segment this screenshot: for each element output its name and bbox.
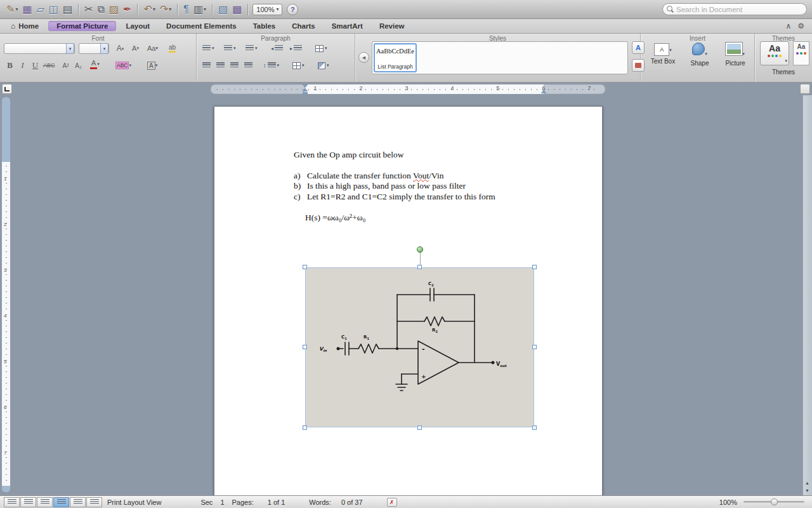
pages-value[interactable]: 1 of 1 — [268, 498, 285, 506]
grow-font-button[interactable]: A▴ — [115, 43, 125, 53]
bullets-button[interactable] — [202, 43, 215, 53]
insert-text-box-button[interactable]: A Text Box — [645, 43, 681, 65]
ribbon-section-insert: Insert A Text Box Shape Picture — [641, 34, 755, 82]
decrease-indent-button[interactable]: ◂ — [270, 43, 284, 53]
shrink-font-button[interactable]: A▾ — [131, 43, 140, 53]
print-layout-view-button[interactable] — [53, 497, 69, 507]
open-button[interactable]: ▱ — [36, 2, 46, 17]
tab-home[interactable]: ⌂Home — [3, 20, 47, 32]
undo-icon: ↶ — [143, 4, 152, 15]
change-case-button[interactable]: Aa — [147, 43, 158, 53]
columns-button[interactable]: ▥ — [192, 2, 207, 17]
view-mode-label[interactable]: Print Layout View — [107, 498, 161, 506]
scroll-down-icon[interactable]: ▼ — [805, 488, 809, 493]
underline-button[interactable]: U — [30, 60, 40, 70]
font-size-select[interactable] — [79, 43, 109, 54]
resize-handle-top-center[interactable] — [417, 265, 422, 269]
borders-button[interactable] — [292, 60, 305, 70]
shading-button[interactable] — [317, 60, 330, 70]
numbering-button[interactable] — [223, 43, 237, 53]
collapse-ribbon-icon[interactable]: ∧ — [785, 22, 791, 30]
new-document-button[interactable]: ✎ — [5, 2, 19, 17]
tab-document-elements[interactable]: Document Elements — [158, 20, 245, 32]
document-search[interactable] — [662, 3, 807, 15]
outline-view-button[interactable] — [20, 497, 36, 507]
indent-marker-left[interactable] — [303, 84, 308, 94]
resize-handle-top-left[interactable] — [303, 265, 307, 269]
gear-icon[interactable]: ⚙ — [797, 22, 804, 30]
justify-button[interactable] — [244, 60, 253, 70]
themes-gallery-stub[interactable]: Aa — [793, 41, 809, 65]
insert-picture-button[interactable]: Picture — [717, 43, 754, 67]
spelling-status-button[interactable]: ✗ — [387, 498, 397, 507]
text-direction-button[interactable] — [315, 43, 328, 53]
align-center-button[interactable] — [216, 60, 225, 70]
selected-picture[interactable]: Vin C1 R1 C2 R2 Vout - + — [305, 267, 534, 427]
insert-shape-button[interactable]: Shape — [681, 43, 718, 67]
scroll-up-icon[interactable]: ▲ — [805, 481, 809, 485]
zoom-slider-thumb[interactable] — [771, 498, 778, 505]
notebook-button[interactable]: ▩ — [231, 2, 243, 17]
font-name-select[interactable] — [4, 43, 75, 54]
tab-review[interactable]: Review — [371, 20, 413, 32]
redo-button[interactable]: ↷ — [159, 2, 173, 17]
vertical-scrollbar[interactable]: ▲ ▼ — [802, 95, 812, 495]
save-button[interactable]: ◫ — [48, 2, 60, 17]
tab-smartart[interactable]: SmartArt — [324, 20, 371, 32]
indent-marker-right[interactable] — [541, 90, 546, 93]
align-right-button[interactable] — [230, 60, 239, 70]
styles-scroll-left-button[interactable]: ◀ — [358, 52, 369, 63]
subscript-button[interactable]: A₂ — [74, 60, 83, 70]
multilevel-list-button[interactable] — [245, 43, 258, 53]
clear-formatting-button[interactable]: ab — [167, 43, 177, 53]
zoom-slider[interactable] — [743, 501, 804, 503]
outline-view-icon — [24, 499, 33, 505]
publishing-layout-view-button[interactable] — [37, 497, 53, 507]
ruler-number: 1 — [313, 85, 317, 91]
tab-tables[interactable]: Tables — [245, 20, 284, 32]
font-color-button[interactable]: A — [90, 59, 100, 69]
line-spacing-button[interactable]: ↕ — [263, 60, 280, 70]
resize-handle-bottom-left[interactable] — [303, 425, 307, 430]
list-item: a) Calculate the transfer function Vout/… — [294, 171, 560, 181]
paragraph-marks-button[interactable]: ¶ — [182, 2, 190, 17]
zoom-select[interactable]: 100% — [252, 4, 282, 15]
notebook-layout-view-button[interactable] — [70, 497, 86, 507]
style-card-list-paragraph[interactable]: AaBbCcDdEe List Paragraph — [374, 43, 417, 72]
help-button[interactable]: ? — [287, 4, 298, 15]
document-page[interactable]: Given the Op amp circuit below a) Calcul… — [214, 106, 603, 495]
text-highlight-button[interactable]: ABC — [115, 60, 131, 70]
words-value[interactable]: 0 of 37 — [341, 498, 363, 506]
tab-layout[interactable]: Layout — [117, 20, 158, 32]
layout-button[interactable]: ▧ — [217, 2, 229, 17]
resize-handle-bottom-right[interactable] — [532, 425, 537, 430]
styles-gallery: AaBbCcDdEe List Paragraph — [372, 41, 628, 74]
cut-button[interactable]: ✂ — [83, 2, 94, 17]
align-left-button[interactable] — [202, 60, 211, 70]
character-border-button[interactable]: A — [147, 60, 157, 70]
tab-stop-selector[interactable] — [2, 84, 12, 94]
paste-button[interactable]: ▨ — [108, 2, 120, 17]
themes-button[interactable]: Aa — [760, 41, 789, 65]
bold-button[interactable]: B — [5, 60, 15, 70]
ruler-options-box[interactable] — [800, 84, 810, 94]
resize-handle-top-right[interactable] — [532, 265, 537, 269]
search-input[interactable] — [676, 6, 802, 13]
focus-view-button[interactable] — [86, 497, 102, 507]
elements-gallery-button[interactable]: ▦ — [21, 2, 33, 17]
resize-handle-middle-left[interactable] — [303, 345, 307, 349]
rotation-handle[interactable] — [417, 246, 423, 253]
copy-button[interactable]: ⧉ — [96, 2, 106, 17]
resize-handle-middle-right[interactable] — [532, 345, 537, 349]
tab-format-picture[interactable]: Format Picture — [48, 21, 116, 31]
increase-indent-button[interactable]: ▸ — [289, 43, 303, 53]
superscript-button[interactable]: A² — [61, 60, 70, 70]
format-painter-button[interactable]: ✒ — [122, 2, 133, 17]
strikethrough-button[interactable]: ABC — [43, 60, 55, 70]
undo-button[interactable]: ↶ — [142, 2, 156, 17]
tab-charts[interactable]: Charts — [284, 20, 323, 32]
print-button[interactable]: ▤ — [62, 2, 74, 17]
resize-handle-bottom-center[interactable] — [417, 425, 422, 430]
italic-button[interactable]: I — [18, 60, 27, 70]
draft-view-button[interactable] — [4, 497, 20, 507]
